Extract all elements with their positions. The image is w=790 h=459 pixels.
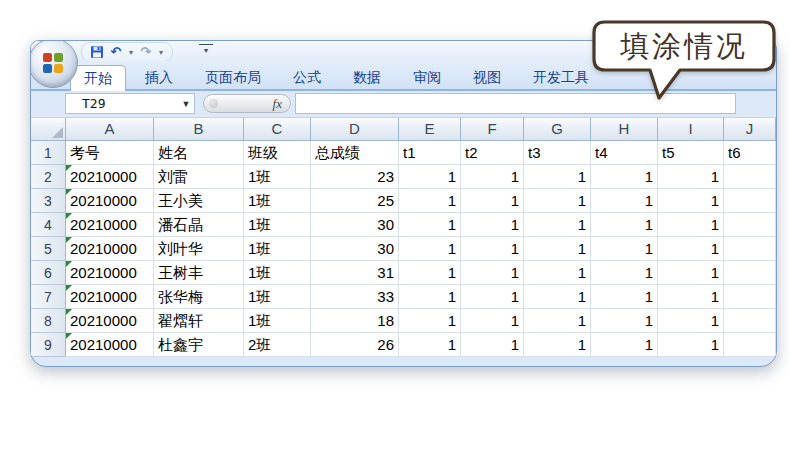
cell-D2[interactable]: 23	[311, 165, 399, 189]
cell-G6[interactable]: 1	[524, 261, 591, 285]
cell-E9[interactable]: 1	[399, 333, 461, 357]
cell-F6[interactable]: 1	[461, 261, 524, 285]
column-header-J[interactable]: J	[724, 118, 776, 141]
cell-I8[interactable]: 1	[658, 309, 724, 333]
cell-C8[interactable]: 1班	[244, 309, 311, 333]
cell-F5[interactable]: 1	[461, 237, 524, 261]
cell-J1[interactable]: t6	[724, 141, 776, 165]
cell-J5[interactable]	[724, 237, 776, 261]
row-header-6[interactable]: 6	[31, 261, 66, 285]
cell-G8[interactable]: 1	[524, 309, 591, 333]
column-header-D[interactable]: D	[311, 118, 399, 141]
cell-F2[interactable]: 1	[461, 165, 524, 189]
cell-C5[interactable]: 1班	[244, 237, 311, 261]
tab-开始[interactable]: 开始	[70, 65, 126, 91]
cell-A4[interactable]: 20210000	[66, 213, 154, 237]
cell-D5[interactable]: 30	[311, 237, 399, 261]
cell-D6[interactable]: 31	[311, 261, 399, 285]
row-header-9[interactable]: 9	[31, 333, 66, 357]
column-header-I[interactable]: I	[658, 118, 724, 141]
column-header-A[interactable]: A	[66, 118, 154, 141]
cell-F7[interactable]: 1	[461, 285, 524, 309]
cell-H2[interactable]: 1	[591, 165, 658, 189]
redo-icon[interactable]: ↷	[138, 44, 154, 60]
name-box[interactable]: T29 ▼	[65, 93, 195, 114]
undo-dropdown-icon[interactable]: ▾	[127, 48, 135, 57]
tab-公式[interactable]: 公式	[280, 66, 334, 89]
cell-C9[interactable]: 2班	[244, 333, 311, 357]
cell-A7[interactable]: 20210000	[66, 285, 154, 309]
tab-插入[interactable]: 插入	[132, 66, 186, 89]
cell-J4[interactable]	[724, 213, 776, 237]
column-header-H[interactable]: H	[591, 118, 658, 141]
cell-H1[interactable]: t4	[591, 141, 658, 165]
cell-B8[interactable]: 翟熠轩	[154, 309, 244, 333]
tab-审阅[interactable]: 审阅	[400, 66, 454, 89]
cell-B7[interactable]: 张华梅	[154, 285, 244, 309]
row-header-4[interactable]: 4	[31, 213, 66, 237]
cell-C2[interactable]: 1班	[244, 165, 311, 189]
row-header-3[interactable]: 3	[31, 189, 66, 213]
insert-function-area[interactable]: fx	[203, 94, 291, 113]
cell-D1[interactable]: 总成绩	[311, 141, 399, 165]
cell-E8[interactable]: 1	[399, 309, 461, 333]
cell-C4[interactable]: 1班	[244, 213, 311, 237]
column-header-E[interactable]: E	[399, 118, 461, 141]
cell-F9[interactable]: 1	[461, 333, 524, 357]
cell-F8[interactable]: 1	[461, 309, 524, 333]
cell-D3[interactable]: 25	[311, 189, 399, 213]
cell-F3[interactable]: 1	[461, 189, 524, 213]
redo-dropdown-icon[interactable]: ▾	[157, 48, 165, 57]
cell-I1[interactable]: t5	[658, 141, 724, 165]
tab-数据[interactable]: 数据	[340, 66, 394, 89]
cell-H4[interactable]: 1	[591, 213, 658, 237]
cell-J2[interactable]	[724, 165, 776, 189]
cell-D8[interactable]: 18	[311, 309, 399, 333]
cell-G3[interactable]: 1	[524, 189, 591, 213]
cell-A1[interactable]: 考号	[66, 141, 154, 165]
cell-H8[interactable]: 1	[591, 309, 658, 333]
cell-J8[interactable]	[724, 309, 776, 333]
row-header-7[interactable]: 7	[31, 285, 66, 309]
column-header-C[interactable]: C	[244, 118, 311, 141]
cell-J3[interactable]	[724, 189, 776, 213]
insert-function-icon[interactable]: fx	[273, 96, 282, 112]
cell-J6[interactable]	[724, 261, 776, 285]
cell-H3[interactable]: 1	[591, 189, 658, 213]
cell-C3[interactable]: 1班	[244, 189, 311, 213]
cell-A6[interactable]: 20210000	[66, 261, 154, 285]
cell-D4[interactable]: 30	[311, 213, 399, 237]
cell-B9[interactable]: 杜鑫宇	[154, 333, 244, 357]
cell-D9[interactable]: 26	[311, 333, 399, 357]
cell-E1[interactable]: t1	[399, 141, 461, 165]
cell-A8[interactable]: 20210000	[66, 309, 154, 333]
tab-视图[interactable]: 视图	[460, 66, 514, 89]
cell-B5[interactable]: 刘叶华	[154, 237, 244, 261]
cell-A5[interactable]: 20210000	[66, 237, 154, 261]
cell-G2[interactable]: 1	[524, 165, 591, 189]
cell-B4[interactable]: 潘石晶	[154, 213, 244, 237]
row-header-1[interactable]: 1	[31, 141, 66, 165]
cell-B1[interactable]: 姓名	[154, 141, 244, 165]
cell-H7[interactable]: 1	[591, 285, 658, 309]
cell-E7[interactable]: 1	[399, 285, 461, 309]
cell-H5[interactable]: 1	[591, 237, 658, 261]
cell-E6[interactable]: 1	[399, 261, 461, 285]
cell-E5[interactable]: 1	[399, 237, 461, 261]
customize-quick-access-icon[interactable]: ▾	[199, 44, 213, 56]
cell-A9[interactable]: 20210000	[66, 333, 154, 357]
tab-页面布局[interactable]: 页面布局	[192, 66, 274, 89]
cell-F1[interactable]: t2	[461, 141, 524, 165]
select-all-button[interactable]	[31, 118, 66, 141]
cell-A3[interactable]: 20210000	[66, 189, 154, 213]
cell-G9[interactable]: 1	[524, 333, 591, 357]
cell-F4[interactable]: 1	[461, 213, 524, 237]
cell-E3[interactable]: 1	[399, 189, 461, 213]
cell-I2[interactable]: 1	[658, 165, 724, 189]
cell-A2[interactable]: 20210000	[66, 165, 154, 189]
cell-B6[interactable]: 王树丰	[154, 261, 244, 285]
cell-H6[interactable]: 1	[591, 261, 658, 285]
column-header-B[interactable]: B	[154, 118, 244, 141]
column-header-G[interactable]: G	[524, 118, 591, 141]
row-header-8[interactable]: 8	[31, 309, 66, 333]
